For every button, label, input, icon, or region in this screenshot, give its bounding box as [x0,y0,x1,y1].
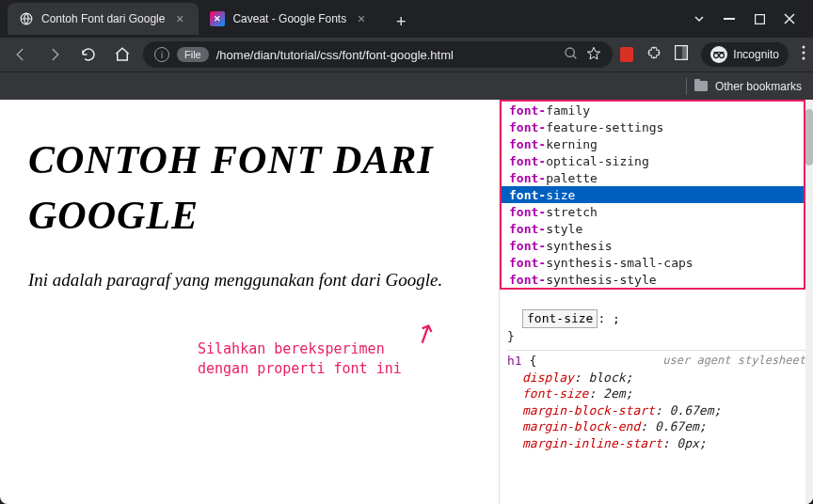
svg-point-3 [566,48,574,56]
address-bar[interactable]: i File /home/dian/tutorial/css/font/font… [143,41,613,68]
autocomplete-item[interactable]: font-kerning [502,135,804,152]
titlebar: Contoh Font dari Google × ✕ Caveat - Goo… [0,0,813,38]
autocomplete-item[interactable]: font-synthesis [502,237,804,254]
autocomplete-item[interactable]: font-synthesis-style [502,271,804,288]
separator [686,78,687,95]
typed-property[interactable]: font-size [522,309,598,328]
content-area: Contoh Font dari Google Ini adalah parag… [0,100,813,504]
svg-point-8 [803,46,805,49]
page-paragraph: Ini adalah paragraf yang menggunakan fon… [28,270,470,291]
other-bookmarks-button[interactable]: Other bookmarks [715,80,802,93]
css-declaration[interactable]: font-size: 2em; [507,386,805,402]
page-viewport: Contoh Font dari Google Ini adalah parag… [0,100,499,504]
scheme-chip: File [177,47,209,62]
incognito-badge[interactable]: Incognito [701,42,789,67]
autocomplete-item[interactable]: font-style [502,220,804,237]
autocomplete-item[interactable]: font-synthesis-small-caps [502,254,804,271]
globe-icon [19,11,34,26]
close-icon[interactable]: × [172,11,187,26]
tab-title: Contoh Font dari Google [41,12,165,25]
forward-button[interactable] [41,41,68,68]
stylesheet-source: user agent stylesheet [662,353,805,370]
chevron-down-icon[interactable] [693,12,706,25]
autocomplete-item[interactable]: font-family [502,102,804,118]
css-declaration[interactable]: margin-block-end: 0.67em; [507,418,805,435]
tab-strip: Contoh Font dari Google × ✕ Caveat - Goo… [8,3,683,35]
autocomplete-item[interactable]: font-optical-sizing [502,152,804,169]
css-declaration[interactable]: margin-inline-start: 0px; [507,435,805,452]
maximize-icon[interactable] [753,12,766,25]
new-tab-button[interactable]: + [388,8,414,35]
autocomplete-item[interactable]: font-stretch [502,203,804,220]
selector[interactable]: h1 [507,354,522,368]
window-controls [683,12,805,25]
incognito-icon [710,46,727,63]
star-icon[interactable] [586,46,601,64]
svg-point-7 [720,54,725,58]
page-heading: Contoh Font dari Google [28,133,470,244]
extensions-icon[interactable] [646,45,662,64]
autocomplete-item[interactable]: font-feature-settings [502,118,804,135]
svg-point-9 [803,52,805,55]
tab-title: Caveat - Google Fonts [232,12,346,25]
autocomplete-popup: font-familyfont-feature-settingsfont-ker… [500,100,805,290]
search-icon[interactable] [564,46,579,64]
close-window-icon[interactable] [783,12,796,25]
url-text: /home/dian/tutorial/css/font/font-google… [216,48,557,62]
toolbar: i File /home/dian/tutorial/css/font/font… [0,38,813,71]
favicon-icon: ✕ [210,11,225,26]
close-icon[interactable]: × [354,11,369,26]
menu-icon[interactable] [802,45,805,64]
info-icon[interactable]: i [154,47,169,62]
svg-point-6 [714,54,719,58]
folder-icon [694,81,708,91]
tab-active[interactable]: Contoh Font dari Google × [8,3,199,35]
scrollbar[interactable] [805,100,813,504]
svg-rect-1 [724,18,735,20]
scrollbar-thumb[interactable] [805,109,813,165]
extension-icon[interactable] [620,47,633,62]
incognito-label: Incognito [733,48,779,61]
annotation-text: Silahkan bereksperimen dengan properti f… [198,339,402,379]
rule-header: h1 { user agent stylesheet [507,350,805,370]
reload-button[interactable] [75,41,102,68]
annotation-arrow-icon: ↗ [408,315,441,353]
svg-rect-2 [755,14,764,24]
svg-point-10 [803,57,805,60]
autocomplete-item[interactable]: font-size [502,186,804,203]
bookmarks-bar: Other bookmarks [0,71,813,100]
reading-list-icon[interactable] [675,45,688,64]
toolbar-icons: Incognito [620,42,805,67]
css-declaration[interactable]: display: block; [507,370,805,386]
tab-inactive[interactable]: ✕ Caveat - Google Fonts × [199,3,380,35]
devtools-panel: font-familyfont-feature-settingsfont-ker… [499,100,813,504]
back-button[interactable] [8,41,34,68]
svg-rect-5 [682,45,688,60]
minimize-icon[interactable] [723,12,736,25]
css-declaration[interactable]: margin-block-start: 0.67em; [507,402,805,419]
home-button[interactable] [109,41,136,68]
autocomplete-item[interactable]: font-palette [502,169,804,186]
